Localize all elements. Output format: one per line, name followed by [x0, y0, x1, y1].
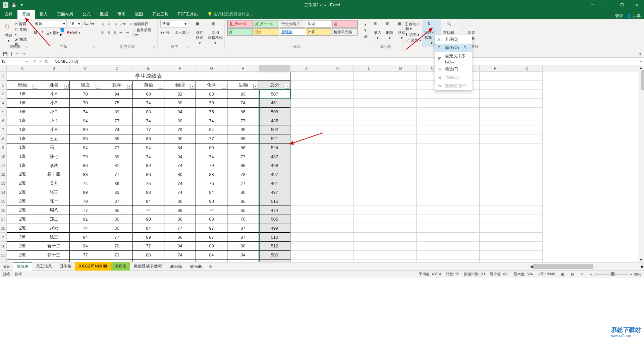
empty-cell[interactable]: [354, 179, 385, 188]
sheet-tab[interactable]: Sheet6: [186, 263, 206, 270]
table-cell[interactable]: 2班: [7, 242, 38, 251]
empty-cell[interactable]: [480, 72, 511, 81]
empty-cell[interactable]: [480, 90, 511, 99]
table-cell[interactable]: 小D: [38, 116, 70, 125]
empty-cell[interactable]: [511, 134, 543, 143]
scroll-left-icon[interactable]: ◀: [530, 264, 533, 269]
empty-cell[interactable]: [511, 179, 543, 188]
table-cell[interactable]: 497: [259, 188, 290, 197]
table-cell[interactable]: 韩十三: [38, 251, 70, 260]
orientation-icon[interactable]: ⤢▾: [120, 21, 125, 26]
table-cell[interactable]: 93: [227, 90, 259, 99]
table-cell[interactable]: 84: [196, 188, 227, 197]
table-cell[interactable]: 84: [227, 251, 259, 260]
tab-file[interactable]: 文件: [0, 10, 17, 19]
table-cell[interactable]: 77: [101, 170, 133, 179]
table-title[interactable]: 学生成绩表: [7, 72, 290, 81]
empty-cell[interactable]: [417, 99, 448, 108]
row-header[interactable]: 13: [0, 179, 7, 188]
table-cell[interactable]: 74: [196, 206, 227, 215]
table-cell[interactable]: 周八: [38, 206, 70, 215]
empty-cell[interactable]: [511, 215, 543, 224]
table-cell[interactable]: 1班: [7, 90, 38, 99]
empty-cell[interactable]: [511, 152, 543, 161]
table-cell[interactable]: 1班: [7, 134, 38, 143]
empty-cell[interactable]: [448, 108, 480, 117]
empty-cell[interactable]: [322, 90, 354, 99]
filter-item[interactable]: ▽筛选(F): [435, 65, 472, 73]
copy-button[interactable]: ⿻ 复制 ▾: [15, 27, 27, 36]
table-cell[interactable]: 75: [196, 108, 227, 117]
empty-cell[interactable]: [385, 81, 417, 90]
row-header[interactable]: 18: [0, 224, 7, 233]
table-cell[interactable]: 506: [259, 108, 290, 117]
empty-cell[interactable]: [290, 116, 322, 125]
redo-icon[interactable]: ↷: [22, 52, 25, 56]
table-cell[interactable]: 65: [227, 206, 259, 215]
filter-dropdown-icon[interactable]: ▾: [64, 84, 69, 89]
table-cell[interactable]: 74: [164, 179, 196, 188]
column-header[interactable]: P: [480, 65, 511, 72]
empty-cell[interactable]: [480, 233, 511, 242]
table-cell[interactable]: 74: [196, 116, 227, 125]
tab-layout[interactable]: 页面布局: [52, 10, 78, 19]
shrink-font-icon[interactable]: A▾: [89, 21, 94, 26]
table-cell[interactable]: 89: [133, 161, 164, 170]
table-cell[interactable]: 79: [196, 259, 227, 262]
row-header[interactable]: 4: [0, 99, 7, 108]
empty-cell[interactable]: [354, 251, 385, 260]
table-cell[interactable]: 84: [196, 125, 227, 134]
empty-cell[interactable]: [354, 206, 385, 215]
column-header[interactable]: M: [385, 65, 417, 72]
border-icon[interactable]: ▦▾: [53, 30, 58, 35]
empty-cell[interactable]: [290, 152, 322, 161]
cell-styles-gallery[interactable]: 差_Sheet4 好_Sheet4 千位分隔 2 常规 差 好 适中 超链接 计…: [227, 20, 366, 36]
align-center-icon[interactable]: ≡: [106, 30, 111, 35]
table-cell[interactable]: 99: [227, 125, 259, 134]
bold-icon[interactable]: B: [33, 30, 38, 35]
zoom-slider[interactable]: −+ 90%: [590, 272, 641, 276]
style-bad2[interactable]: 差: [332, 20, 358, 27]
empty-cell[interactable]: [417, 179, 448, 188]
table-cell[interactable]: 86: [70, 259, 101, 262]
table-cell[interactable]: 张三: [38, 188, 70, 197]
table-cell[interactable]: 杨十四: [38, 170, 70, 179]
table-cell[interactable]: 70: [70, 90, 101, 99]
table-cell[interactable]: 2班: [7, 197, 38, 206]
save-icon[interactable]: 💾: [3, 52, 8, 56]
save-icon[interactable]: 💾: [11, 2, 17, 8]
filter-dropdown-icon[interactable]: ▾: [96, 84, 100, 89]
column-header[interactable]: G: [196, 65, 227, 72]
align-bottom-icon[interactable]: ≡: [113, 21, 119, 26]
column-header[interactable]: K: [322, 65, 354, 72]
table-cell[interactable]: 87: [196, 233, 227, 242]
empty-cell[interactable]: [417, 143, 448, 153]
table-cell[interactable]: 94: [164, 108, 196, 117]
tab-pdf[interactable]: PDF工具集: [173, 10, 203, 19]
table-cell[interactable]: 89: [101, 108, 133, 117]
table-cell[interactable]: 74: [70, 179, 101, 188]
table-cell[interactable]: 74: [101, 125, 133, 134]
table-cell[interactable]: 88: [133, 188, 164, 197]
table-header-cell[interactable]: 班级▾: [7, 81, 38, 90]
table-cell[interactable]: 84: [133, 197, 164, 206]
table-cell[interactable]: 91: [70, 215, 101, 224]
expand-formula-icon[interactable]: ▾: [638, 59, 644, 64]
grow-font-icon[interactable]: A▴: [83, 21, 88, 26]
column-header[interactable]: C: [70, 65, 101, 72]
table-header-cell[interactable]: 姓名▾: [38, 81, 70, 90]
empty-cell[interactable]: [290, 179, 322, 188]
table-cell[interactable]: 95: [227, 197, 259, 206]
empty-cell[interactable]: [480, 259, 511, 262]
table-cell[interactable]: 77: [227, 152, 259, 161]
table-cell[interactable]: 2班: [7, 224, 38, 233]
tab-scroll-left-icon[interactable]: ◀: [3, 264, 6, 269]
empty-cell[interactable]: [322, 188, 354, 197]
scroll-up-icon[interactable]: ▴: [363, 21, 368, 27]
cut-button[interactable]: ✂ 剪切: [15, 21, 27, 26]
empty-cell[interactable]: [480, 152, 511, 161]
column-header[interactable]: D: [101, 65, 133, 72]
caret-down-icon[interactable]: ▾: [19, 2, 25, 8]
tab-view[interactable]: 视图: [130, 10, 148, 19]
table-cell[interactable]: 94: [164, 242, 196, 251]
